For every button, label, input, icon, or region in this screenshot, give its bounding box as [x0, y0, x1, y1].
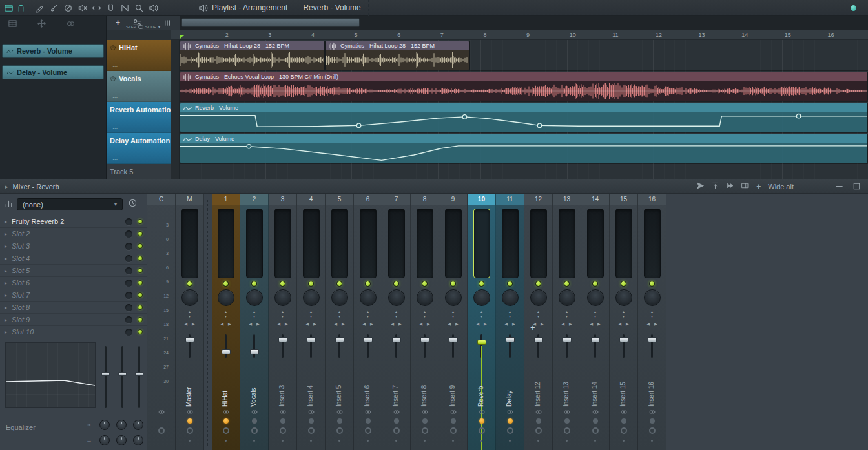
slot-enable-led[interactable] [138, 280, 143, 285]
lamp-icon[interactable] [650, 418, 655, 424]
volume-fader[interactable] [411, 333, 439, 359]
track-header-1[interactable]: Vocals... [107, 71, 170, 102]
slot-ring-icon[interactable] [125, 329, 132, 336]
record-icon[interactable] [393, 427, 400, 434]
pan-arrows[interactable]: ◀▶ [553, 322, 581, 326]
record-icon[interactable] [450, 427, 457, 434]
peak-meter[interactable] [473, 209, 490, 278]
link-icon[interactable] [212, 407, 240, 418]
slot-enable-led[interactable] [138, 268, 143, 273]
pan-arrows[interactable]: ◀▶ [354, 322, 382, 326]
slot-enable-led[interactable] [138, 243, 143, 249]
link-icon[interactable] [297, 407, 325, 418]
stereo-spinner[interactable]: ▴▾ [439, 310, 467, 319]
strip-name[interactable]: Insert 16 [638, 356, 666, 407]
mixer-strip-10[interactable]: 10▴▾◀▶Reverb [468, 194, 496, 450]
stereo-spinner[interactable]: ▴▾ [524, 310, 552, 319]
enable-led[interactable] [251, 281, 257, 287]
peak-meter[interactable] [388, 209, 405, 278]
volume-fader[interactable] [354, 333, 382, 359]
strip-number[interactable]: 5 [326, 194, 353, 205]
enable-led[interactable] [280, 281, 285, 287]
plugin-slot-5[interactable]: ▸Slot 5 [0, 265, 147, 277]
record-icon[interactable] [422, 427, 428, 434]
lamp-icon[interactable] [280, 418, 285, 424]
forward-icon[interactable] [726, 181, 734, 190]
slot-enable-led[interactable] [138, 329, 143, 334]
record-icon[interactable] [479, 427, 485, 434]
record-icon[interactable] [365, 427, 371, 434]
enable-led[interactable] [564, 281, 570, 287]
enable-led[interactable] [393, 281, 399, 287]
link-icon[interactable] [269, 407, 296, 418]
eq-knob[interactable] [116, 420, 127, 430]
link-icon[interactable] [610, 407, 637, 418]
slot-ring-icon[interactable] [125, 292, 132, 299]
pan-knob[interactable] [445, 289, 462, 306]
strip-number[interactable]: 16 [638, 194, 666, 205]
pan-arrows[interactable]: ◀▶ [326, 322, 353, 326]
enable-led[interactable] [187, 281, 192, 287]
zoom-icon[interactable] [134, 3, 144, 13]
lamp-icon[interactable] [394, 418, 399, 424]
eq-band-fader-high[interactable] [132, 345, 146, 409]
pencil-icon[interactable] [35, 3, 45, 13]
layout-plus-icon[interactable]: + [756, 182, 761, 191]
plugin-slot-1[interactable]: ▸Fruity Reeverb 2 [0, 216, 147, 228]
pan-arrows[interactable]: ◀▶ [496, 322, 524, 326]
playhead-flag[interactable] [180, 35, 184, 39]
pan-arrows[interactable]: ◀▶ [638, 322, 666, 326]
lamp-icon[interactable] [621, 418, 626, 424]
eq-knob[interactable] [116, 435, 127, 445]
strip-number[interactable]: M [176, 194, 203, 205]
stereo-spinner[interactable]: ▴▾ [610, 310, 637, 319]
stereo-spinner[interactable]: ▴▾ [468, 310, 495, 319]
picker-item-1[interactable]: Delay - Volume [2, 65, 104, 79]
plugin-slot-8[interactable]: ▸Slot 8 [0, 302, 147, 314]
strip-name[interactable]: Insert 13 [553, 356, 581, 407]
stereo-spinner[interactable]: ▴▾ [638, 310, 666, 319]
record-icon[interactable] [308, 427, 315, 434]
strip-name[interactable]: Insert 4 [297, 356, 326, 407]
mixer-strip-3[interactable]: 3▴▾◀▶Insert 3 [269, 194, 297, 450]
eq-knob[interactable] [133, 435, 143, 445]
strip-name[interactable]: Insert 6 [354, 356, 382, 407]
peak-meter[interactable] [559, 209, 575, 278]
enable-led[interactable] [223, 281, 229, 287]
enable-led[interactable] [535, 281, 541, 287]
eq-display[interactable] [5, 342, 96, 408]
link-icon[interactable] [326, 407, 353, 418]
link-icon[interactable] [496, 407, 524, 418]
bars-icon[interactable] [163, 18, 173, 28]
mixer-strip-12[interactable]: 12▴▾◀▶Insert 12 [524, 194, 553, 450]
record-icon[interactable] [507, 427, 513, 434]
link-icon[interactable] [439, 407, 467, 418]
mixer-strip-7[interactable]: 7▴▾◀▶Insert 7 [382, 194, 411, 450]
slot-enable-led[interactable] [138, 256, 143, 261]
strip-name[interactable]: HiHat [212, 356, 240, 407]
volume-fader[interactable] [240, 333, 268, 359]
slot-ring-icon[interactable] [125, 218, 132, 225]
lamp-icon[interactable] [593, 418, 598, 424]
clip-reverb-automation[interactable]: Reverb - Volume [180, 103, 868, 132]
stereo-spinner[interactable]: ▴▾ [240, 310, 268, 319]
strip-name[interactable]: Master [176, 356, 204, 407]
pan-knob[interactable] [331, 289, 348, 306]
peak-meter[interactable] [445, 209, 462, 278]
peak-meter[interactable] [181, 209, 198, 278]
volume-fader[interactable] [326, 333, 353, 359]
volume-fader[interactable] [553, 333, 581, 359]
stereo-spinner[interactable]: ▴▾ [553, 310, 581, 319]
enable-led[interactable] [592, 281, 598, 287]
pan-knob[interactable] [502, 289, 519, 306]
pan-knob[interactable] [388, 289, 405, 306]
mixer-strip-16[interactable]: 16▴▾◀▶Insert 16 [638, 194, 666, 450]
mixer-strip-15[interactable]: 15▴▾◀▶Insert 15 [610, 194, 638, 450]
pan-knob[interactable] [615, 289, 632, 306]
lamp-icon[interactable] [309, 418, 314, 424]
strip-number[interactable]: 14 [581, 194, 609, 205]
volume-icon[interactable] [149, 3, 158, 13]
strip-number[interactable]: C [147, 194, 175, 205]
lamp-icon[interactable] [451, 418, 456, 424]
strip-number[interactable]: 15 [610, 194, 637, 205]
